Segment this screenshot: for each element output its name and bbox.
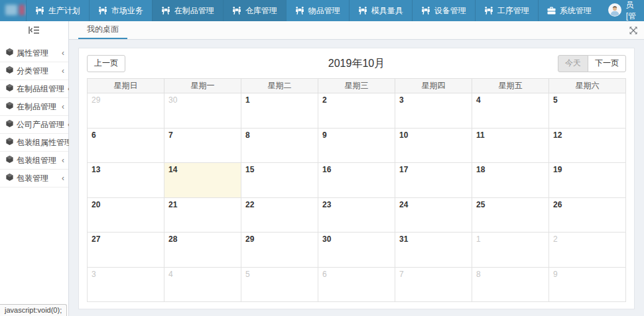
nav-item[interactable]: 工序管理	[475, 0, 538, 21]
tab-bar: 我的桌面	[69, 21, 644, 40]
nav-item-label: 物品管理	[308, 5, 340, 17]
nav-item-label: 在制品管理	[174, 5, 214, 17]
sidebar-item-label: 包装管理	[17, 173, 48, 184]
calendar-grid: 星期日星期一星期二星期三星期四星期五星期六 293012345678910111…	[87, 78, 626, 302]
calendar-day-cell: 24	[395, 197, 472, 233]
calendar-day-cell: 3	[88, 267, 164, 302]
calendar-day-cell: 1	[241, 93, 318, 129]
sidebar-item-label: 包装组管理	[17, 155, 56, 166]
sidebar-item[interactable]: 包装管理‹	[0, 170, 68, 187]
calendar-week-row: 13141516171819	[88, 163, 626, 198]
main-area: 我的桌面 上一页 2019年10月 今天 下一页	[69, 21, 644, 316]
nav-item-label: 工序管理	[497, 5, 529, 17]
cube-icon	[6, 138, 13, 147]
calendar-day-cell: 9	[549, 267, 626, 302]
weekday-header: 星期二	[241, 79, 318, 93]
weekday-header: 星期一	[164, 79, 241, 93]
people-carry-icon	[295, 7, 304, 15]
calendar-day-cell: 5	[549, 93, 626, 129]
sidebar-menu: 属性管理‹分类管理‹在制品组管理‹在制品管理‹公司产品管理‹包装组属性管理‹包装…	[0, 41, 68, 187]
people-carry-icon	[358, 7, 367, 15]
main-menu: 生产计划市场业务在制品管理仓库管理物品管理模具量具设备管理工序管理系统管理	[26, 0, 600, 21]
fullscreen-toggle-button[interactable]	[629, 26, 637, 34]
sidebar-item[interactable]: 公司产品管理‹	[0, 116, 68, 134]
nav-item-label: 仓库管理	[245, 5, 277, 17]
nav-item[interactable]: 系统管理	[538, 0, 600, 21]
nav-item[interactable]: 模具量具	[349, 0, 412, 21]
calendar-day-cell: 1	[472, 233, 549, 268]
top-navbar: 生产计划市场业务在制品管理仓库管理物品管理模具量具设备管理工序管理系统管理 管理…	[0, 0, 644, 21]
nav-item-label: 模具量具	[371, 5, 403, 17]
calendar-day-cell: 6	[318, 267, 395, 302]
calendar-day-cell: 4	[472, 93, 549, 129]
user-avatar	[608, 3, 621, 19]
calendar-day-cell: 31	[395, 233, 472, 268]
expand-arrows-icon	[629, 25, 637, 36]
cube-icon	[6, 48, 13, 58]
nav-item-label: 生产计划	[48, 5, 80, 17]
people-carry-icon	[421, 7, 430, 15]
calendar-day-cell: 8	[241, 128, 318, 163]
sidebar-item[interactable]: 分类管理‹	[0, 62, 68, 80]
calendar-day-cell: 28	[164, 233, 241, 268]
calendar-day-cell: 29	[88, 93, 164, 129]
people-carry-icon	[161, 7, 170, 15]
sidebar-item[interactable]: 包装组管理‹	[0, 152, 68, 170]
cube-icon	[6, 102, 13, 111]
nav-item[interactable]: 生产计划	[26, 0, 89, 21]
calendar-day-cell: 15	[241, 163, 318, 198]
calendar-day-cell: 3	[395, 93, 472, 129]
calendar-day-cell: 2	[549, 233, 626, 268]
calendar-week-row: 20212223242526	[88, 197, 626, 233]
sidebar-collapse-button[interactable]	[0, 21, 68, 41]
people-carry-icon	[98, 7, 107, 15]
briefcase-icon	[547, 7, 556, 15]
content-area: 上一页 2019年10月 今天 下一页 星期日星期一星期二星期三星期四星期五星期…	[69, 40, 644, 316]
nav-item[interactable]: 市场业务	[89, 0, 152, 21]
chevron-left-icon: ‹	[62, 156, 64, 164]
sidebar-item[interactable]: 属性管理‹	[0, 44, 68, 62]
sidebar-item-label: 包装组属性管理	[17, 137, 72, 148]
tab-my-desktop[interactable]: 我的桌面	[78, 21, 127, 39]
weekday-header: 星期三	[318, 79, 395, 93]
sidebar-item-label: 在制品管理	[17, 101, 56, 113]
calendar-week-row: 6789101112	[88, 128, 626, 163]
nav-item-label: 设备管理	[434, 5, 466, 17]
sidebar-item-label: 在制品组管理	[17, 83, 64, 95]
calendar-day-cell: 26	[549, 197, 626, 233]
calendar-day-cell: 9	[318, 128, 395, 163]
weekday-header: 星期四	[395, 79, 472, 93]
calendar-title: 2019年10月	[87, 57, 626, 71]
prev-month-button[interactable]: 上一页	[87, 55, 125, 72]
chevron-left-icon: ‹	[62, 49, 64, 57]
next-month-button[interactable]: 下一页	[588, 55, 626, 72]
today-button[interactable]: 今天	[558, 55, 588, 72]
nav-item[interactable]: 物品管理	[286, 0, 349, 21]
sidebar: 属性管理‹分类管理‹在制品组管理‹在制品管理‹公司产品管理‹包装组属性管理‹包装…	[0, 21, 69, 316]
user-menu[interactable]: 管理员[管理员]	[600, 0, 644, 21]
nav-item[interactable]: 仓库管理	[223, 0, 286, 21]
sidebar-item[interactable]: 在制品管理‹	[0, 98, 68, 116]
chevron-left-icon: ‹	[62, 174, 64, 182]
calendar-day-cell-today: 14	[164, 163, 241, 198]
app-logo	[0, 0, 26, 21]
sidebar-item[interactable]: 在制品组管理‹	[0, 80, 68, 98]
calendar-day-cell: 7	[395, 267, 472, 302]
calendar-day-cell: 6	[88, 128, 164, 163]
people-carry-icon	[35, 7, 44, 15]
people-carry-icon	[232, 7, 241, 15]
nav-item-label: 市场业务	[111, 5, 143, 17]
calendar-day-cell: 18	[472, 163, 549, 198]
nav-item[interactable]: 在制品管理	[152, 0, 223, 21]
cube-icon	[6, 120, 13, 129]
calendar-day-cell: 25	[472, 197, 549, 233]
calendar-panel: 上一页 2019年10月 今天 下一页 星期日星期一星期二星期三星期四星期五星期…	[78, 48, 635, 309]
calendar-toolbar: 上一页 2019年10月 今天 下一页	[87, 55, 626, 72]
calendar-day-cell: 29	[241, 233, 318, 268]
calendar-day-cell: 13	[88, 163, 164, 198]
sidebar-item[interactable]: 包装组属性管理‹	[0, 134, 68, 152]
cube-icon	[6, 156, 13, 165]
calendar-day-cell: 11	[472, 128, 549, 163]
cube-icon	[6, 174, 13, 183]
nav-item[interactable]: 设备管理	[412, 0, 475, 21]
